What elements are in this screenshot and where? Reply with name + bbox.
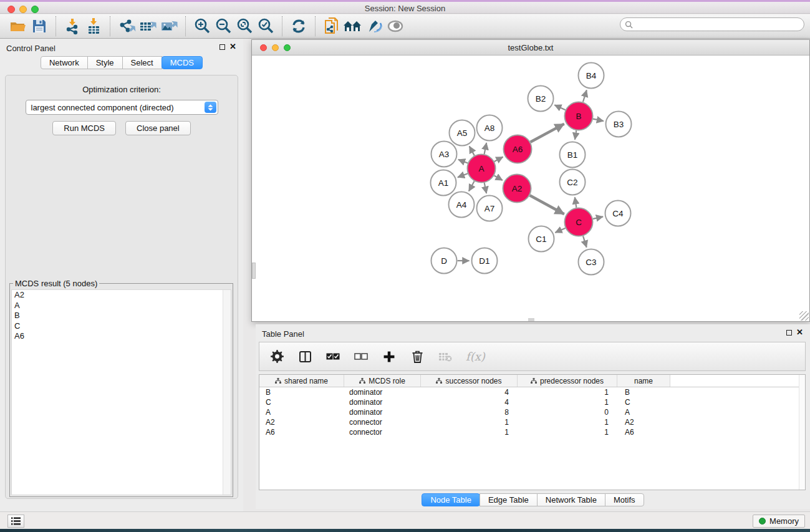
table-row[interactable]: A6connector11A6 bbox=[259, 427, 805, 437]
zoom-in-button[interactable] bbox=[191, 16, 213, 36]
add-column-button[interactable] bbox=[382, 349, 397, 364]
graph-edge-C-C4[interactable] bbox=[593, 216, 603, 219]
export-network-button[interactable] bbox=[116, 16, 137, 36]
graph-node-A4[interactable]: A4 bbox=[449, 192, 475, 218]
table-row[interactable]: A2connector11A2 bbox=[259, 417, 805, 427]
export-image-button[interactable] bbox=[158, 16, 180, 36]
graph-edge-A2-C[interactable] bbox=[530, 195, 564, 214]
graph-edge-A-A8[interactable] bbox=[485, 143, 487, 154]
zoom-selected-button[interactable] bbox=[255, 16, 276, 36]
table-row[interactable]: Bdominator41B bbox=[259, 387, 805, 397]
zoom-fit-button[interactable] bbox=[234, 16, 255, 36]
graph-node-A1[interactable]: A1 bbox=[431, 170, 456, 196]
graph-node-D1[interactable]: D1 bbox=[472, 248, 498, 274]
table-row[interactable]: Cdominator41C bbox=[259, 397, 805, 407]
graph-node-C[interactable]: C bbox=[565, 208, 593, 236]
tab-network[interactable]: Network bbox=[41, 56, 88, 69]
open-session-button[interactable] bbox=[7, 16, 29, 36]
mcds-result-item[interactable]: A6 bbox=[12, 331, 231, 342]
graph-node-B3[interactable]: B3 bbox=[606, 112, 632, 137]
graph-edge-A-A7[interactable] bbox=[485, 183, 486, 193]
table-settings-button[interactable] bbox=[269, 349, 284, 364]
graph-edge-C-C2[interactable] bbox=[575, 197, 577, 208]
window-resize-grip[interactable] bbox=[799, 311, 809, 321]
graph-edge-B-B1[interactable] bbox=[575, 130, 576, 140]
tab-style[interactable]: Style bbox=[87, 56, 123, 69]
float-panel-icon[interactable] bbox=[219, 44, 225, 50]
tab-network-table[interactable]: Network Table bbox=[537, 493, 605, 506]
float-panel-icon[interactable] bbox=[786, 330, 792, 336]
export-table-button[interactable] bbox=[137, 16, 158, 36]
tab-node-table[interactable]: Node Table bbox=[422, 493, 480, 506]
graph-edge-A-A5[interactable] bbox=[470, 147, 475, 156]
mcds-result-item[interactable]: A2 bbox=[12, 290, 231, 301]
graph-node-C3[interactable]: C3 bbox=[579, 249, 604, 275]
canvas-bottom-scrollbar[interactable] bbox=[528, 318, 534, 321]
mcds-result-item[interactable]: B bbox=[12, 311, 231, 321]
graph-edge-B-B3[interactable] bbox=[593, 119, 604, 121]
save-session-button[interactable] bbox=[29, 16, 50, 36]
graph-edge-C-C1[interactable] bbox=[555, 228, 565, 233]
graph-edge-B-B4[interactable] bbox=[583, 90, 587, 102]
graph-node-D[interactable]: D bbox=[432, 248, 457, 274]
zoom-out-button[interactable] bbox=[213, 16, 234, 36]
graph-edge-A-A4[interactable] bbox=[469, 181, 475, 191]
graph-node-B2[interactable]: B2 bbox=[528, 86, 554, 112]
graph-node-A7[interactable]: A7 bbox=[477, 196, 503, 221]
column-header-MCDS-role[interactable]: MCDS role bbox=[344, 375, 421, 387]
graph-node-A5[interactable]: A5 bbox=[450, 120, 475, 146]
optimization-criterion-select[interactable]: largest connected component (directed) bbox=[26, 100, 218, 115]
graph-edge-A-A3[interactable] bbox=[458, 160, 468, 163]
network-canvas[interactable]: AA1A2A3A4A5A6A7A8BB1B2B3B4CC1C2C3C4DD1 bbox=[252, 56, 809, 321]
refresh-view-button[interactable] bbox=[288, 16, 309, 36]
graph-node-B1[interactable]: B1 bbox=[560, 142, 586, 168]
tab-select[interactable]: Select bbox=[122, 56, 162, 69]
column-header-predecessor-nodes[interactable]: predecessor nodes bbox=[518, 375, 617, 387]
mcds-result-list[interactable]: A2ABCA6 bbox=[11, 289, 231, 495]
select-all-button[interactable] bbox=[325, 349, 340, 364]
graph-node-A8[interactable]: A8 bbox=[477, 115, 503, 141]
canvas-left-scrollbar[interactable] bbox=[252, 263, 256, 279]
import-table-button[interactable] bbox=[83, 16, 104, 36]
graph-node-A[interactable]: A bbox=[468, 155, 496, 183]
table-scrollbar[interactable] bbox=[799, 375, 805, 490]
graph-node-B[interactable]: B bbox=[565, 102, 593, 130]
graph-node-A6[interactable]: A6 bbox=[504, 135, 532, 163]
memory-button[interactable]: Memory bbox=[753, 515, 805, 528]
column-header-shared-name[interactable]: shared name bbox=[259, 375, 344, 387]
hide-graphics-details-button[interactable] bbox=[364, 16, 385, 36]
tab-mcds[interactable]: MCDS bbox=[162, 56, 203, 69]
graph-edge-A-A2[interactable] bbox=[494, 176, 502, 181]
graph-edge-C-C3[interactable] bbox=[583, 236, 587, 247]
import-network-button[interactable] bbox=[62, 16, 83, 36]
table-row[interactable]: Adominator80A bbox=[259, 407, 805, 417]
graph-node-A2[interactable]: A2 bbox=[503, 175, 531, 203]
show-eye-button[interactable] bbox=[385, 16, 406, 36]
column-header-successor-nodes[interactable]: successor nodes bbox=[421, 375, 518, 387]
column-header-name[interactable]: name bbox=[617, 375, 670, 387]
run-mcds-button[interactable]: Run MCDS bbox=[52, 121, 116, 135]
tab-edge-table[interactable]: Edge Table bbox=[480, 493, 538, 506]
graph-edge-A6-B[interactable] bbox=[531, 124, 564, 142]
delete-column-button[interactable] bbox=[410, 349, 425, 364]
graph-node-C1[interactable]: C1 bbox=[529, 226, 554, 252]
search-field[interactable] bbox=[620, 17, 804, 31]
graph-edge-A-A6[interactable] bbox=[494, 157, 503, 161]
close-panel-icon[interactable]: ✕ bbox=[229, 42, 236, 51]
graph-node-C2[interactable]: C2 bbox=[560, 170, 586, 195]
network-window-titlebar[interactable]: testGlobe.txt bbox=[252, 40, 809, 56]
graph-edge-B-B2[interactable] bbox=[554, 105, 565, 110]
close-panel-icon[interactable]: ✕ bbox=[796, 327, 803, 337]
tab-motifs[interactable]: Motifs bbox=[605, 493, 644, 506]
duplicate-network-button[interactable] bbox=[321, 16, 342, 36]
mcds-result-item[interactable]: C bbox=[12, 321, 231, 332]
close-panel-button[interactable]: Close panel bbox=[125, 121, 191, 135]
graph-node-C4[interactable]: C4 bbox=[605, 201, 631, 226]
task-history-button[interactable] bbox=[7, 515, 24, 528]
mcds-result-item[interactable]: A bbox=[12, 301, 231, 311]
home-view-button[interactable] bbox=[342, 16, 364, 36]
column-selector-button[interactable] bbox=[297, 349, 312, 364]
graph-edge-A-A1[interactable] bbox=[458, 173, 468, 177]
deselect-all-button[interactable] bbox=[354, 349, 369, 364]
list-scrollbar[interactable] bbox=[223, 290, 231, 495]
